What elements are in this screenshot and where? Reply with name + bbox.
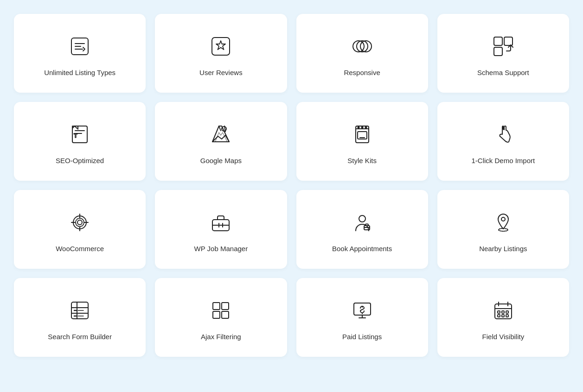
card-label: Paid Listings <box>342 332 382 341</box>
book-appointments-icon <box>349 209 375 235</box>
svg-point-28 <box>77 220 82 225</box>
svg-line-19 <box>219 126 221 131</box>
svg-rect-52 <box>222 303 229 310</box>
style-kits-icon <box>349 121 375 147</box>
card-ajax-filtering: Ajax Filtering <box>155 278 287 357</box>
card-field-visibility: Field Visibility <box>437 278 569 357</box>
search-form-builder-icon <box>67 297 93 323</box>
card-label: Style Kits <box>347 156 377 165</box>
card-wp-job-manager: WP Job Manager <box>155 190 287 269</box>
svg-rect-4 <box>212 38 230 55</box>
card-search-form-builder: Search Form Builder <box>14 278 146 357</box>
seo-optimized-icon: T <box>67 121 93 147</box>
card-book-appointments: Book Appointments <box>296 190 428 269</box>
card-label: Field Visibility <box>482 332 525 341</box>
ajax-filtering-icon <box>208 297 234 323</box>
svg-rect-64 <box>506 311 508 313</box>
card-label: WP Job Manager <box>194 244 248 253</box>
card-label: User Reviews <box>199 68 243 77</box>
card-label: WooCommerce <box>56 244 104 253</box>
svg-rect-11 <box>494 47 502 56</box>
card-label: Ajax Filtering <box>201 332 241 341</box>
card-google-maps: Google Maps <box>155 102 287 181</box>
field-visibility-icon <box>490 297 516 323</box>
wp-job-manager-icon <box>208 209 234 235</box>
svg-rect-65 <box>498 315 500 317</box>
card-label: Search Form Builder <box>48 332 112 341</box>
card-woocommerce: WooCommerce <box>14 190 146 269</box>
user-reviews-icon <box>208 33 234 59</box>
svg-rect-10 <box>504 37 513 45</box>
svg-rect-54 <box>222 311 229 318</box>
paid-listings-icon <box>349 297 375 323</box>
svg-point-38 <box>359 215 365 222</box>
features-grid: Unlimited Listing Types User Reviews Res… <box>14 14 569 357</box>
card-seo-optimized: T SEO-Optimized <box>14 102 146 181</box>
nearby-listings-icon <box>490 209 516 235</box>
svg-rect-67 <box>506 315 508 317</box>
card-unlimited-listing-types: Unlimited Listing Types <box>14 14 146 93</box>
card-label: Unlimited Listing Types <box>44 68 115 77</box>
one-click-demo-icon <box>490 121 516 147</box>
svg-text:T: T <box>74 132 77 139</box>
svg-point-33 <box>76 218 84 227</box>
card-one-click-demo: 1-Click Demo Import <box>437 102 569 181</box>
responsive-icon <box>349 33 375 59</box>
card-schema-support: Schema Support <box>437 14 569 93</box>
card-nearby-listings: Nearby Listings <box>437 190 569 269</box>
svg-point-42 <box>499 228 508 231</box>
svg-rect-9 <box>494 37 502 45</box>
svg-point-23 <box>361 126 363 128</box>
card-label: 1-Click Demo Import <box>472 156 535 165</box>
card-style-kits: Style Kits <box>296 102 428 181</box>
svg-rect-63 <box>502 311 504 313</box>
woocommerce-icon <box>67 209 93 235</box>
svg-marker-5 <box>216 41 225 50</box>
svg-point-22 <box>358 126 359 128</box>
card-label: Schema Support <box>477 68 529 77</box>
unlimited-listing-types-icon <box>67 33 93 59</box>
card-label: Nearby Listings <box>479 244 527 253</box>
svg-rect-66 <box>502 315 504 317</box>
svg-point-24 <box>365 126 366 128</box>
card-user-reviews: User Reviews <box>155 14 287 93</box>
card-label: Book Appointments <box>332 244 392 253</box>
card-responsive: Responsive <box>296 14 428 93</box>
card-label: SEO-Optimized <box>56 156 104 165</box>
svg-point-41 <box>501 217 505 221</box>
svg-rect-51 <box>213 303 220 310</box>
svg-rect-62 <box>498 311 500 313</box>
svg-rect-53 <box>213 311 220 318</box>
google-maps-icon <box>208 121 234 147</box>
schema-support-icon <box>490 33 516 59</box>
card-label: Responsive <box>344 68 380 77</box>
card-paid-listings: Paid Listings <box>296 278 428 357</box>
card-label: Google Maps <box>200 156 242 165</box>
